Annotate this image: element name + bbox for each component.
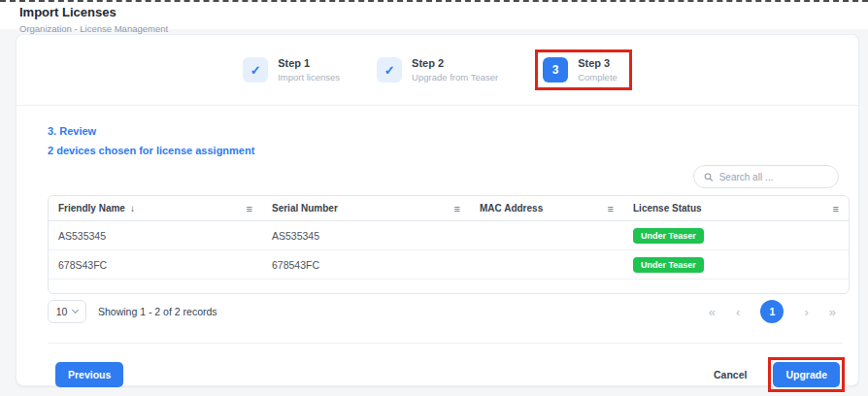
pager: « ‹ 1 › » <box>709 300 836 323</box>
search-row <box>48 165 850 188</box>
page-size-select[interactable]: 10 <box>48 300 86 323</box>
column-header-license-status[interactable]: License Status ≡ <box>623 196 849 220</box>
step-number-icon: 3 <box>543 57 568 82</box>
previous-button[interactable]: Previous <box>55 362 123 387</box>
wizard-card: ✓ Step 1 Import licenses ✓ Step 2 Upgrad… <box>16 34 859 386</box>
column-label: Serial Number <box>272 203 338 214</box>
step-title: Step 1 <box>278 57 340 69</box>
friendly-name-cell: AS535345 <box>49 230 262 242</box>
column-header-friendly-name[interactable]: Friendly Name ↓ ≡ <box>49 196 262 220</box>
current-page-button[interactable]: 1 <box>760 300 784 323</box>
table-row: AS535345 AS535345 Under Teaser <box>49 221 849 250</box>
stepper-step-1[interactable]: ✓ Step 1 Import licenses <box>243 57 340 82</box>
card-body: 3. Review 2 devices chosen for license a… <box>17 125 858 392</box>
upgrade-button[interactable]: Upgrade <box>773 362 840 387</box>
breadcrumb[interactable]: Organization - License Management <box>19 23 168 34</box>
search-box <box>693 165 839 188</box>
check-icon: ✓ <box>243 57 268 82</box>
previous-page-button[interactable]: ‹ <box>736 305 740 319</box>
status-badge: Under Teaser <box>633 228 704 244</box>
review-heading: 3. Review <box>48 125 850 137</box>
step-title: Step 3 <box>578 57 618 69</box>
column-label: License Status <box>633 203 702 214</box>
table-row: 678S43FC 678543FC Under Teaser <box>49 250 849 280</box>
column-menu-icon[interactable]: ≡ <box>608 203 614 214</box>
column-menu-icon[interactable]: ≡ <box>833 203 839 214</box>
page-header: Import Licenses Organization - License M… <box>19 5 168 34</box>
step-subtitle: Complete <box>578 72 618 82</box>
search-input[interactable] <box>719 172 828 182</box>
stepper-step-2[interactable]: ✓ Step 2 Upgrade from Teaser <box>377 57 498 82</box>
records-summary: Showing 1 - 2 of 2 records <box>98 306 217 317</box>
screenshot-top-dashed-border <box>0 0 868 2</box>
sort-descending-icon: ↓ <box>130 203 135 214</box>
last-page-button[interactable]: » <box>829 305 836 319</box>
search-icon <box>704 172 714 182</box>
column-header-mac-address[interactable]: MAC Address ≡ <box>470 196 623 220</box>
license-status-cell: Under Teaser <box>623 228 849 244</box>
step-subtitle: Import licenses <box>278 72 340 82</box>
cancel-button[interactable]: Cancel <box>698 362 762 387</box>
page-title: Import Licenses <box>19 5 168 19</box>
check-icon: ✓ <box>377 57 402 82</box>
upgrade-highlight-box: Upgrade <box>768 357 845 392</box>
friendly-name-cell: 678S43FC <box>49 259 262 271</box>
stepper-step-3-highlight-box[interactable]: 3 Step 3 Complete <box>535 50 632 90</box>
step-subtitle: Upgrade from Teaser <box>412 72 498 82</box>
footer: Previous Cancel Upgrade <box>48 344 850 392</box>
review-subheading: 2 devices chosen for license assignment <box>48 145 850 156</box>
next-page-button[interactable]: › <box>804 305 808 319</box>
first-page-button[interactable]: « <box>709 305 716 319</box>
chevron-down-icon <box>72 307 79 314</box>
status-badge: Under Teaser <box>633 257 704 273</box>
column-label: Friendly Name <box>58 203 125 214</box>
serial-number-cell: 678543FC <box>262 259 470 271</box>
table-header-row: Friendly Name ↓ ≡ Serial Number ≡ MAC Ad… <box>49 196 849 221</box>
column-menu-icon[interactable]: ≡ <box>247 203 252 214</box>
serial-number-cell: AS535345 <box>262 230 470 242</box>
stepper: ✓ Step 1 Import licenses ✓ Step 2 Upgrad… <box>17 35 858 106</box>
column-menu-icon[interactable]: ≡ <box>454 203 460 214</box>
column-label: MAC Address <box>480 203 543 214</box>
pagination-bar: 10 Showing 1 - 2 of 2 records « ‹ 1 › » <box>48 300 850 323</box>
devices-table: Friendly Name ↓ ≡ Serial Number ≡ MAC Ad… <box>48 195 850 294</box>
step-title: Step 2 <box>412 57 498 69</box>
page-size-value: 10 <box>56 306 68 317</box>
column-header-serial-number[interactable]: Serial Number ≡ <box>262 196 470 220</box>
license-status-cell: Under Teaser <box>623 257 849 273</box>
